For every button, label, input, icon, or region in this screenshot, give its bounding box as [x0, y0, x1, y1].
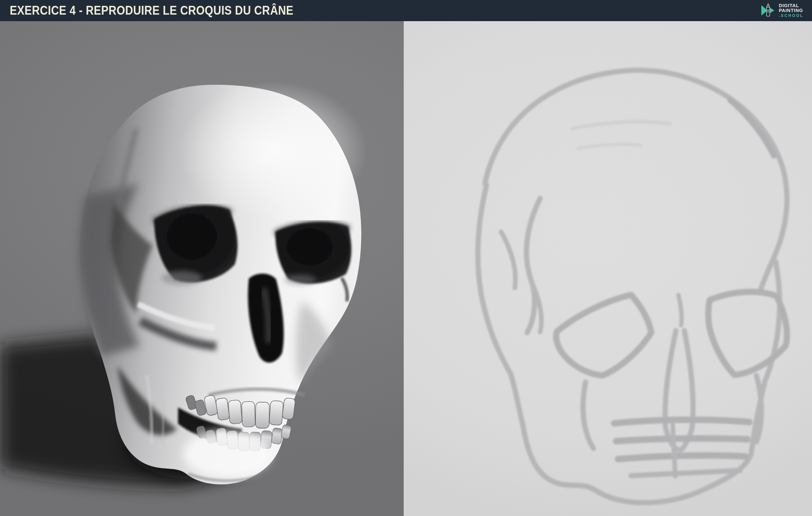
logo-word-digital: DIGITAL [779, 3, 804, 8]
logo-word-painting: PAINTING [779, 8, 804, 13]
sketch-nose-left [665, 331, 676, 428]
play-triangle-right [770, 8, 774, 13]
sketch-teeth-center-line [673, 424, 675, 476]
workspace-split [0, 21, 812, 516]
sketch-dome-corner [730, 100, 774, 156]
title-bar: EXERCICE 4 - REPRODUIRE LE CROQUIS DU CR… [0, 0, 812, 21]
sketch-eye-socket-left [556, 295, 651, 376]
sketch-canvas-panel[interactable] [404, 21, 812, 516]
sketch-cheek-left [583, 382, 593, 449]
sketch-teeth-row-1 [614, 420, 749, 423]
sketch-left-temple [478, 185, 523, 427]
dome-highlight [179, 81, 367, 221]
socket-left-reflect [162, 271, 202, 285]
reference-render-panel [0, 21, 404, 516]
skull-sketch [404, 21, 812, 516]
brand-logo: DIGITAL PAINTING .SCHOOL [760, 2, 804, 19]
sketch-teeth-row-3 [618, 456, 746, 459]
sketch-temporal-zig-2 [501, 232, 516, 288]
sketch-nose-right [684, 331, 693, 428]
pencil-play-icon [760, 2, 776, 19]
sketch-glabella [678, 295, 682, 325]
page-title: EXERCICE 4 - REPRODUIRE LE CROQUIS DU CR… [10, 4, 294, 18]
sketch-teeth-row-4 [631, 470, 740, 476]
exercise-slide: EXERCICE 4 - REPRODUIRE LE CROQUIS DU CR… [0, 0, 812, 516]
eye-socket-right [276, 222, 351, 284]
sketch-dome [485, 70, 783, 184]
brand-logo-text: DIGITAL PAINTING .SCHOOL [779, 3, 804, 18]
sketch-right-side [760, 169, 787, 290]
sketch-temporal-zig-1 [526, 198, 540, 333]
sketch-construction-1 [573, 121, 670, 129]
logo-word-school: .SCHOOL [779, 13, 804, 18]
chin-highlight [183, 430, 271, 477]
sketch-teeth-row-2 [616, 439, 747, 441]
socket-right-reflect [285, 274, 316, 285]
sketch-strokes [478, 70, 787, 503]
skull-3d-render [0, 21, 404, 516]
sketch-construction-2 [578, 144, 641, 148]
pencil-glyph [766, 4, 770, 16]
